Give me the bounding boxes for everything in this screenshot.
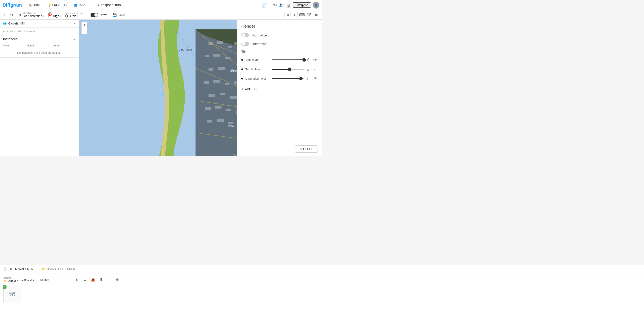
instance-type-select[interactable]: New Instance Type Circle ▾ <box>65 12 83 18</box>
instance-type-chevron-icon: ▾ <box>77 15 78 18</box>
normalize-knob <box>242 34 245 37</box>
schema-select[interactable]: ⊞ Select Schema Flood detection ▾ <box>18 12 44 18</box>
svg-rect-28 <box>208 94 215 97</box>
saved-label: Saved <box>118 13 126 17</box>
add-tile-label: ADD TILE <box>245 87 258 91</box>
base-layer-label: Base layer <box>245 58 270 62</box>
project-chevron-icon: ▾ <box>66 4 67 7</box>
globals-label: Globals <box>8 22 18 25</box>
svg-rect-23 <box>225 83 229 85</box>
nav-home[interactable]: 🏠 HOME <box>27 3 43 8</box>
instances-section: Instances ▲ Type Name Action No instance… <box>0 35 78 156</box>
map-icon[interactable]: 🗺 <box>306 12 312 18</box>
prev-button[interactable]: ◀ <box>284 12 290 18</box>
geotiff-layer-row: GeoTiff layer 🗑 👁 <box>241 67 318 72</box>
geotiff-layer-delete-button[interactable]: 🗑 <box>306 67 311 72</box>
user-avatar[interactable]: 👤 <box>313 2 320 9</box>
svg-rect-15 <box>208 68 213 71</box>
base-layer-slider[interactable] <box>272 60 304 60</box>
flag-icon: 🚩 <box>48 14 52 18</box>
svg-rect-30 <box>230 96 236 99</box>
svg-rect-40 <box>207 120 212 123</box>
next-button[interactable]: ▶ <box>292 12 298 18</box>
enterprise-button[interactable]: Enterprise <box>293 2 311 8</box>
svg-rect-21 <box>204 81 209 84</box>
render-title: Render <box>241 24 318 29</box>
logo[interactable]: Diffgram <box>2 2 22 8</box>
svg-rect-35 <box>215 106 222 109</box>
share-label: SHARE <box>268 4 278 7</box>
instance-type-label: New Instance Type <box>65 12 83 14</box>
render-footer: ✕ CLOSE <box>241 145 318 153</box>
project-title: Geospatial tuto... <box>98 3 124 7</box>
schema-label: Select Schema <box>22 12 44 14</box>
instance-type-info: New Instance Type Circle ▾ <box>65 12 83 18</box>
globals-chevron-icon: ▾ <box>74 22 76 25</box>
map-zoom-controls: + − <box>81 22 87 34</box>
instances-table: Type Name Action <box>0 43 78 48</box>
label-info: Label 🚩 High ▾ <box>48 12 61 18</box>
normalize-row: Normalize <box>241 33 318 37</box>
toolbar-separator-3 <box>63 12 63 18</box>
annotation-layer-row: Annotation layer 🗑 👁 <box>241 76 318 81</box>
label-chevron-icon: ▾ <box>60 15 61 18</box>
share-add-icon: 👤+ <box>279 4 284 7</box>
annotation-layer-visibility-button[interactable]: 👁 <box>313 76 318 81</box>
lightbulb-icon: 💡 <box>48 4 51 7</box>
annotation-layer-fill <box>272 78 301 79</box>
schema-value: Flood detection <box>22 14 42 18</box>
svg-rect-29 <box>220 93 225 95</box>
nav-project-label: PROJECT <box>52 4 65 7</box>
keyboard-icon[interactable]: ⌨ <box>299 12 305 18</box>
globals-badge: 1 <box>20 22 25 25</box>
label-select[interactable]: Label 🚩 High ▾ <box>48 12 61 18</box>
svg-rect-42 <box>228 122 233 124</box>
zoom-in-button[interactable]: + <box>81 22 87 28</box>
render-panel: Render Normalize Interpolate Tiles Base … <box>237 20 322 156</box>
tiles-title: Tiles <box>241 50 318 54</box>
saved-badge: 💾 Saved <box>112 13 126 17</box>
schema-info: Select Schema Flood detection ▾ <box>22 12 44 18</box>
left-panel: 🌐 Globals 1 ▾ Attributes (select instanc… <box>0 20 79 156</box>
draw-switch-knob <box>94 13 98 17</box>
svg-rect-9 <box>205 55 210 57</box>
share-button[interactable]: SHARE 👤+ <box>268 4 284 7</box>
geotiff-layer-visibility-button[interactable]: 👁 <box>313 67 318 72</box>
svg-rect-4 <box>228 46 232 48</box>
main-layout: 🌐 Globals 1 ▾ Attributes (select instanc… <box>0 20 322 156</box>
base-layer-delete-button[interactable]: 🗑 <box>306 57 311 63</box>
normalize-toggle[interactable] <box>241 33 249 37</box>
interpolate-label: Interpolate <box>252 42 268 46</box>
instances-header[interactable]: Instances ▲ <box>0 35 78 43</box>
nav-project[interactable]: 💡 PROJECT ▾ <box>46 3 69 8</box>
draw-switch[interactable] <box>90 13 98 17</box>
globals-title: 🌐 Globals 1 <box>3 22 25 25</box>
zoom-out-button[interactable]: − <box>81 28 87 34</box>
draw-toggle[interactable]: Draw <box>90 13 106 17</box>
geotiff-layer-bullet <box>241 68 243 70</box>
close-button[interactable]: ✕ CLOSE <box>295 145 318 153</box>
attributes-row: Attributes (select instance) <box>0 28 78 35</box>
instances-title: Instances <box>3 37 18 41</box>
toolbar-separator-1 <box>16 12 16 18</box>
undo-button[interactable]: ↩ <box>2 12 8 18</box>
base-layer-fill <box>272 60 304 60</box>
annotation-layer-slider[interactable] <box>272 78 304 79</box>
svg-rect-41 <box>216 119 224 122</box>
logo-diff: Diff <box>2 2 10 8</box>
base-layer-visibility-button[interactable]: 👁 <box>313 57 318 63</box>
file-icon: 📄 <box>262 3 267 8</box>
redo-button[interactable]: ↪ <box>9 12 14 18</box>
nav-tasks[interactable]: 👥 TASKS ▾ <box>72 3 91 8</box>
annotation-layer-delete-button[interactable]: 🗑 <box>306 76 311 81</box>
nav-right: 📄 SHARE 👤+ 📊 Enterprise 👤 <box>262 2 320 9</box>
interpolate-toggle[interactable] <box>241 42 249 46</box>
toolbar-nav-group: ◀ ▶ ⌨ 🗺 ⊞ <box>284 12 320 18</box>
svg-rect-22 <box>214 80 220 83</box>
geotiff-layer-slider[interactable] <box>272 69 304 70</box>
add-tile-button[interactable]: + ADD TILE <box>241 87 318 91</box>
label-value: High <box>53 14 59 18</box>
label-label: Label <box>48 12 61 14</box>
grid-icon[interactable]: ⊞ <box>314 12 320 18</box>
globals-row[interactable]: 🌐 Globals 1 ▾ <box>0 20 78 28</box>
